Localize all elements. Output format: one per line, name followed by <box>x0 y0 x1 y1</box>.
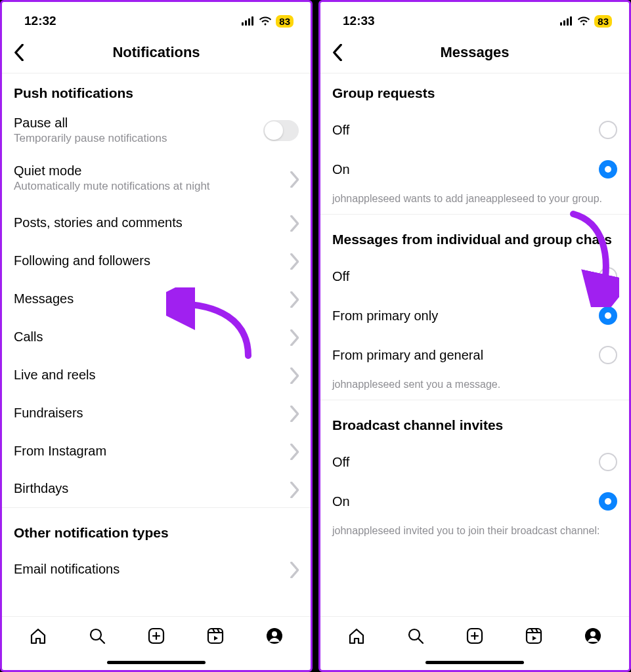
battery-badge: 83 <box>594 15 612 28</box>
svg-rect-6 <box>208 629 223 643</box>
chevron-right-icon <box>290 368 299 382</box>
item-label: Birthdays <box>14 481 290 496</box>
create-icon[interactable] <box>146 626 166 646</box>
chevron-right-icon <box>290 406 299 420</box>
content: Group requests Off On johnappleseed want… <box>320 74 629 616</box>
home-indicator <box>320 654 629 670</box>
radio-on[interactable] <box>599 160 617 178</box>
chevron-right-icon <box>290 291 299 306</box>
status-time: 12:33 <box>343 14 375 28</box>
radio-primary-general[interactable] <box>599 346 617 364</box>
item-label: Messages <box>14 291 290 306</box>
following-followers-row[interactable]: Following and followers <box>2 242 311 280</box>
status-bar: 12:32 83 <box>2 2 311 35</box>
messages-row[interactable]: Messages <box>2 280 311 318</box>
group-requests-footer: johnappleseed wants to add janeappleseed… <box>320 189 629 215</box>
radio-off[interactable] <box>599 121 617 139</box>
option-label: From primary and general <box>332 348 599 363</box>
quiet-mode-label: Quiet mode <box>14 163 290 178</box>
item-label: Following and followers <box>14 253 290 268</box>
chevron-right-icon <box>290 253 299 268</box>
section-other-title: Other notification types <box>2 508 311 550</box>
pause-all-toggle[interactable] <box>263 120 299 141</box>
create-icon[interactable] <box>465 626 485 646</box>
email-notifications-row[interactable]: Email notifications <box>2 550 311 588</box>
pause-all-row[interactable]: Pause all Temporarily pause notification… <box>2 110 311 153</box>
posts-stories-row[interactable]: Posts, stories and comments <box>2 203 311 242</box>
search-icon[interactable] <box>87 626 107 646</box>
status-bar: 12:33 83 <box>320 2 629 35</box>
profile-icon[interactable] <box>265 626 284 646</box>
svg-rect-1 <box>245 20 247 26</box>
chevron-right-icon <box>290 171 299 186</box>
wifi-icon <box>577 16 590 26</box>
live-reels-row[interactable]: Live and reels <box>2 356 311 394</box>
reels-icon[interactable] <box>524 626 544 646</box>
broadcast-footer: johnappleseed invited you to join their … <box>320 521 629 546</box>
page-title: Messages <box>328 44 621 61</box>
svg-point-8 <box>272 631 277 637</box>
svg-point-17 <box>590 631 596 637</box>
back-button[interactable] <box>328 43 347 62</box>
home-indicator <box>2 654 311 670</box>
msg-primary-row[interactable]: From primary only <box>320 296 629 335</box>
option-label: Off <box>332 269 599 284</box>
item-label: Fundraisers <box>14 406 290 421</box>
radio-on[interactable] <box>599 492 617 511</box>
back-button[interactable] <box>10 43 28 62</box>
radio-off[interactable] <box>599 267 617 285</box>
section-messages-chats-title: Messages from individual and group chats <box>320 215 629 257</box>
group-requests-off-row[interactable]: Off <box>320 110 629 150</box>
search-icon[interactable] <box>406 626 425 646</box>
page-title: Notifications <box>10 44 303 61</box>
status-indicators: 83 <box>242 15 294 28</box>
birthdays-row[interactable]: Birthdays <box>2 470 311 508</box>
svg-rect-2 <box>248 18 250 26</box>
msg-primary-general-row[interactable]: From primary and general <box>320 335 629 375</box>
reels-icon[interactable] <box>206 626 225 646</box>
pause-all-sublabel: Temporarily pause notifications <box>14 132 263 145</box>
option-label: Off <box>332 455 599 470</box>
svg-rect-11 <box>567 18 569 26</box>
quiet-mode-row[interactable]: Quiet mode Automatically mute notificati… <box>2 153 311 203</box>
option-label: On <box>332 494 599 509</box>
from-instagram-row[interactable]: From Instagram <box>2 432 311 470</box>
calls-row[interactable]: Calls <box>2 318 311 356</box>
chevron-right-icon <box>290 215 299 230</box>
tab-bar <box>2 616 311 654</box>
battery-badge: 83 <box>276 15 294 28</box>
chevron-right-icon <box>290 444 299 458</box>
broadcast-off-row[interactable]: Off <box>320 442 629 482</box>
fundraisers-row[interactable]: Fundraisers <box>2 394 311 432</box>
messages-chats-footer: johnappleseed sent you a message. <box>320 375 629 400</box>
content: Push notifications Pause all Temporarily… <box>2 74 311 616</box>
home-icon[interactable] <box>28 626 48 646</box>
svg-rect-3 <box>251 16 253 26</box>
radio-off[interactable] <box>599 453 617 471</box>
cellular-icon <box>242 16 255 26</box>
svg-rect-9 <box>560 22 562 26</box>
quiet-mode-sublabel: Automatically mute notifications at nigh… <box>14 180 290 193</box>
broadcast-on-row[interactable]: On <box>320 482 629 521</box>
nav-header: Messages <box>320 35 629 74</box>
svg-rect-10 <box>563 20 565 26</box>
chevron-right-icon <box>290 562 299 576</box>
item-label: Calls <box>14 329 290 345</box>
option-label: From primary only <box>332 308 599 324</box>
option-label: Off <box>332 123 599 138</box>
radio-primary[interactable] <box>599 306 617 325</box>
chevron-right-icon <box>290 482 299 496</box>
cellular-icon <box>560 16 573 26</box>
section-push-title: Push notifications <box>2 74 311 110</box>
msg-off-row[interactable]: Off <box>320 257 629 296</box>
group-requests-on-row[interactable]: On <box>320 150 629 189</box>
item-label: From Instagram <box>14 444 290 459</box>
tab-bar <box>320 616 629 654</box>
item-label: Live and reels <box>14 368 290 383</box>
svg-rect-15 <box>527 629 541 643</box>
profile-icon[interactable] <box>583 626 603 646</box>
item-label: Email notifications <box>14 562 290 577</box>
status-indicators: 83 <box>560 15 612 28</box>
home-icon[interactable] <box>347 626 366 646</box>
status-time: 12:32 <box>24 14 56 28</box>
